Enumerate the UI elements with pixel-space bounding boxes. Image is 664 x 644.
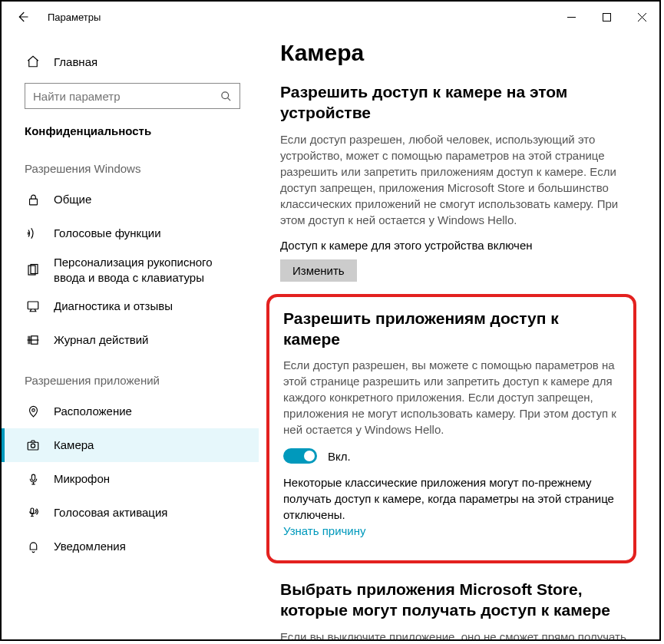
home-icon: [25, 54, 41, 68]
sidebar-item-label: Микрофон: [54, 471, 110, 487]
search-input[interactable]: [33, 90, 220, 103]
sidebar-item-notifications[interactable]: Уведомления: [2, 530, 259, 563]
sidebar-item-diagnostics[interactable]: Диагностика и отзывы: [2, 289, 259, 323]
svg-line-5: [227, 97, 230, 101]
notifications-icon: [25, 540, 41, 553]
sidebar: Главная Конфиденциальность Разрешения Wi…: [2, 32, 259, 639]
sidebar-item-label: Журнал действий: [54, 332, 148, 348]
search-icon: [220, 91, 232, 102]
window-title: Параметры: [48, 12, 101, 23]
svg-point-16: [31, 444, 35, 447]
sidebar-item-inking[interactable]: Персонализация рукописного ввода и ввода…: [2, 250, 259, 289]
group-windows-label: Разрешения Windows: [2, 145, 259, 183]
window-controls: [553, 5, 659, 29]
apps-access-toggle[interactable]: [283, 448, 317, 464]
close-button[interactable]: [624, 5, 659, 29]
section-allow-device-heading: Разрешить доступ к камере на этом устрой…: [280, 81, 636, 124]
sidebar-item-microphone[interactable]: Микрофон: [2, 462, 259, 496]
change-button[interactable]: Изменить: [280, 259, 357, 282]
svg-rect-1: [603, 13, 610, 21]
apps-access-note: Некоторые классические приложения могут …: [283, 474, 619, 539]
sidebar-item-label: Голосовые функции: [54, 226, 161, 241]
camera-icon: [25, 438, 41, 452]
titlebar: Параметры: [2, 2, 659, 32]
location-icon: [25, 405, 41, 418]
feedback-icon: [25, 299, 41, 313]
section-label: Конфиденциальность: [2, 120, 259, 145]
group-apps-label: Разрешения приложений: [2, 357, 259, 395]
svg-rect-17: [31, 474, 35, 481]
svg-rect-9: [28, 302, 38, 309]
sidebar-item-label: Расположение: [54, 404, 132, 419]
section-choose-apps-heading: Выбрать приложения Microsoft Store, кото…: [280, 579, 636, 621]
toggle-row: Вкл.: [283, 448, 619, 464]
section-choose-apps-desc: Если вы выключите приложение, оно не смо…: [280, 629, 636, 639]
sidebar-home-label: Главная: [54, 55, 97, 68]
voice-activation-icon: [25, 506, 41, 520]
svg-point-14: [31, 408, 35, 411]
learn-why-link[interactable]: Узнать причину: [283, 524, 366, 537]
sidebar-item-label: Уведомления: [54, 539, 126, 554]
section-allow-apps-heading: Разрешить приложениям доступ к камере: [283, 308, 619, 350]
sidebar-item-voice-activation[interactable]: Голосовая активация: [2, 496, 259, 530]
search-box[interactable]: [25, 83, 240, 109]
minimize-button[interactable]: [553, 5, 589, 29]
device-access-status: Доступ к камере для этого устройства вкл…: [280, 239, 636, 252]
sidebar-item-camera[interactable]: Камера: [2, 428, 259, 462]
lock-icon: [25, 193, 41, 206]
activity-icon: [25, 333, 41, 347]
sidebar-item-label: Голосовая активация: [54, 505, 167, 520]
back-button[interactable]: [15, 5, 38, 28]
sidebar-item-general[interactable]: Общие: [2, 183, 259, 216]
highlight-box: Разрешить приложениям доступ к камере Ес…: [266, 294, 636, 564]
svg-point-4: [222, 91, 229, 98]
section-allow-device-desc: Если доступ разрешен, любой человек, исп…: [280, 131, 636, 228]
sidebar-item-label: Персонализация рукописного ввода и ввода…: [54, 255, 237, 285]
section-allow-apps-desc: Если доступ разрешен, вы можете с помощь…: [283, 357, 619, 438]
svg-rect-18: [31, 508, 34, 514]
speech-icon: [25, 226, 41, 240]
sidebar-home[interactable]: Главная: [2, 46, 259, 77]
sidebar-item-label: Камера: [54, 438, 94, 453]
inking-icon: [25, 263, 41, 277]
sidebar-item-speech[interactable]: Голосовые функции: [2, 216, 259, 250]
sidebar-item-label: Диагностика и отзывы: [54, 299, 173, 314]
sidebar-item-activity[interactable]: Журнал действий: [2, 323, 259, 357]
maximize-button[interactable]: [589, 5, 624, 29]
main-content: Камера Разрешить доступ к камере на этом…: [259, 32, 659, 639]
settings-window: Параметры Главная: [0, 0, 661, 641]
apps-access-note-text: Некоторые классические приложения могут …: [283, 476, 614, 521]
toggle-label: Вкл.: [328, 450, 351, 463]
microphone-icon: [25, 473, 41, 486]
sidebar-item-location[interactable]: Расположение: [2, 395, 259, 428]
page-title: Камера: [280, 40, 636, 66]
svg-rect-6: [29, 199, 37, 205]
sidebar-item-label: Общие: [54, 192, 91, 207]
